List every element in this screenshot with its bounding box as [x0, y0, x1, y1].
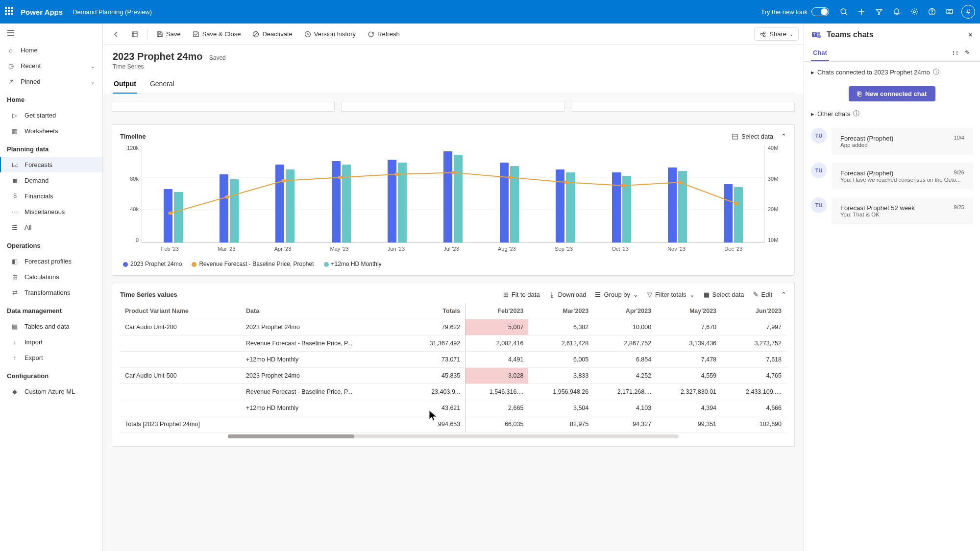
version-history-button[interactable]: Version history — [299, 27, 361, 41]
close-chat-icon[interactable]: ✕ — [968, 31, 973, 39]
add-icon[interactable] — [854, 4, 869, 20]
bar-series1[interactable] — [332, 161, 341, 242]
bar-series2[interactable] — [230, 179, 239, 242]
table-row[interactable]: +12mo HD Monthly73,0714,4916,0056,8547,4… — [120, 352, 786, 368]
column-header[interactable]: Mar'2023 — [528, 303, 593, 319]
column-header[interactable]: Data — [241, 303, 407, 319]
column-header[interactable]: Feb'2023 — [466, 303, 529, 319]
nav-collapse-icon[interactable] — [0, 24, 102, 42]
nav-transformations[interactable]: ⇄Transformations — [0, 285, 102, 300]
share-button[interactable]: Share⌄ — [754, 27, 799, 41]
save-button[interactable]: Save — [151, 27, 186, 41]
new-connected-chat-button[interactable]: ⎘New connected chat — [849, 86, 936, 101]
bar-series2[interactable] — [566, 172, 575, 242]
table-row[interactable]: Car Audio Unit-5002023 Prophet 24mo45,83… — [120, 368, 786, 384]
open-new-window-button[interactable] — [126, 28, 143, 41]
nav-financials[interactable]: ＄Financials — [0, 188, 102, 204]
fit-to-data-button[interactable]: ⊞ Fit to data — [499, 289, 544, 300]
bar-series2[interactable] — [678, 171, 687, 242]
nav-demand[interactable]: ≣Demand — [0, 172, 102, 188]
filter-icon[interactable] — [871, 4, 887, 20]
bar-series2[interactable] — [622, 176, 631, 242]
tab-output[interactable]: Output — [113, 76, 137, 94]
bar-series2[interactable] — [398, 163, 407, 242]
horizontal-scrollbar[interactable] — [228, 434, 679, 438]
help-icon[interactable] — [924, 4, 940, 20]
select-data-grid-button[interactable]: ▦ Select data — [700, 289, 748, 300]
nav-recent[interactable]: ◷Recent⌄ — [0, 58, 102, 73]
bar-series2[interactable] — [286, 169, 294, 242]
bar-series2[interactable] — [734, 187, 743, 242]
back-button[interactable] — [108, 28, 124, 41]
chat-item[interactable]: TU Forecast Prophet 52 week9/25 You: Tha… — [804, 193, 980, 228]
chat-item[interactable]: TU Forecast (Prophet)9/26 You: Have we r… — [804, 159, 980, 193]
refresh-button[interactable]: Refresh — [363, 27, 405, 41]
info-icon[interactable]: ⓘ — [933, 68, 939, 76]
save-close-button[interactable]: Save & Close — [188, 27, 246, 41]
bar-series1[interactable] — [612, 172, 621, 242]
chat-item[interactable]: TU Forecast (Prophet)10/4 App added — [804, 124, 980, 159]
notifications-icon[interactable] — [889, 4, 905, 20]
left-navigation: ⌂Home ◷Recent⌄ 📌︎Pinned⌄ Home ▷Get start… — [0, 24, 103, 551]
nav-custom-azure-ml[interactable]: ◆Custom Azure ML — [0, 383, 102, 399]
bar-series1[interactable] — [668, 168, 677, 242]
compose-chat-icon[interactable]: ✎ — [962, 46, 973, 61]
bar-series2[interactable] — [510, 166, 519, 242]
nav-forecast-profiles[interactable]: ◧Forecast profiles — [0, 253, 102, 269]
other-section-header[interactable]: ▸Other chatsⓘ — [811, 109, 973, 118]
table-row[interactable]: Revenue Forecast - Baseline Price, P...2… — [120, 384, 786, 400]
info-icon[interactable]: ⓘ — [853, 109, 859, 118]
bar-series1[interactable] — [443, 151, 452, 242]
nav-import[interactable]: ↓Import — [0, 334, 102, 350]
nav-pinned[interactable]: 📌︎Pinned⌄ — [0, 73, 102, 89]
deactivate-button[interactable]: Deactivate — [247, 27, 297, 41]
filter-chat-icon[interactable]: ⫶⫶ — [949, 46, 962, 61]
column-header[interactable]: Totals — [407, 303, 466, 319]
nav-tables[interactable]: ▤Tables and data — [0, 318, 102, 334]
totals-row: Totals [2023 Prophet 24mo]994,65366,0358… — [120, 416, 786, 432]
download-button[interactable]: ⭳ Download — [545, 289, 590, 300]
settings-icon[interactable] — [906, 4, 922, 20]
nav-miscellaneous[interactable]: ⋯Miscellaneous — [0, 204, 102, 219]
search-icon[interactable] — [836, 4, 852, 20]
try-new-look-toggle[interactable]: Try the new look — [761, 7, 829, 16]
assistant-icon[interactable] — [942, 4, 957, 20]
nav-forecasts[interactable]: 📈︎Forecasts — [0, 157, 102, 172]
group-by-button[interactable]: ☰ Group by ⌄ — [591, 289, 642, 300]
bar-series2[interactable] — [342, 165, 351, 242]
table-row[interactable]: +12mo HD Monthly43,6212,6653,5044,1034,3… — [120, 400, 786, 416]
user-avatar[interactable]: # — [961, 5, 975, 19]
nav-calculations[interactable]: ⊞Calculations — [0, 269, 102, 285]
ts-values-grid[interactable]: Product Variant NameDataTotalsFeb'2023Ma… — [120, 303, 786, 432]
bar-series1[interactable] — [556, 169, 564, 242]
nav-export[interactable]: ↑Export — [0, 350, 102, 365]
bar-series1[interactable] — [220, 174, 228, 242]
bar-series1[interactable] — [724, 184, 733, 242]
connected-section-header[interactable]: ▸Chats connected to 2023 Prophet 24moⓘ — [811, 68, 973, 76]
bar-series2[interactable] — [454, 155, 463, 242]
filter-totals-button[interactable]: ▽ Filter totals ⌄ — [643, 289, 699, 300]
tab-general[interactable]: General — [149, 76, 175, 94]
table-row[interactable]: Revenue Forecast - Baseline Price, P...3… — [120, 335, 786, 352]
chat-tab[interactable]: Chat — [811, 46, 829, 61]
collapse-icon[interactable]: ⌃ — [781, 133, 786, 140]
nav-get-started[interactable]: ▷Get started — [0, 107, 102, 123]
bar-series2[interactable] — [174, 192, 183, 242]
edit-button[interactable]: ✎ Edit — [749, 289, 776, 300]
bar-series1[interactable] — [500, 163, 509, 242]
ts-values-title: Time Series values — [120, 291, 177, 298]
nav-worksheets[interactable]: ▦Worksheets — [0, 123, 102, 139]
column-header[interactable]: Apr'2023 — [593, 303, 656, 319]
collapse-grid-icon[interactable]: ⌃ — [781, 291, 786, 298]
bar-series1[interactable] — [275, 165, 284, 242]
bar-series1[interactable] — [164, 189, 172, 242]
app-launcher-icon[interactable] — [5, 7, 15, 17]
nav-all[interactable]: ☰All — [0, 219, 102, 235]
column-header[interactable]: May'2023 — [656, 303, 721, 319]
column-header[interactable]: Product Variant Name — [120, 303, 241, 319]
select-data-button[interactable]: Select data — [728, 131, 777, 142]
bar-series1[interactable] — [388, 160, 396, 242]
nav-home[interactable]: ⌂Home — [0, 42, 102, 58]
table-row[interactable]: Car Audio Unit-2002023 Prophet 24mo79,62… — [120, 319, 786, 335]
column-header[interactable]: Jun'2023 — [721, 303, 786, 319]
